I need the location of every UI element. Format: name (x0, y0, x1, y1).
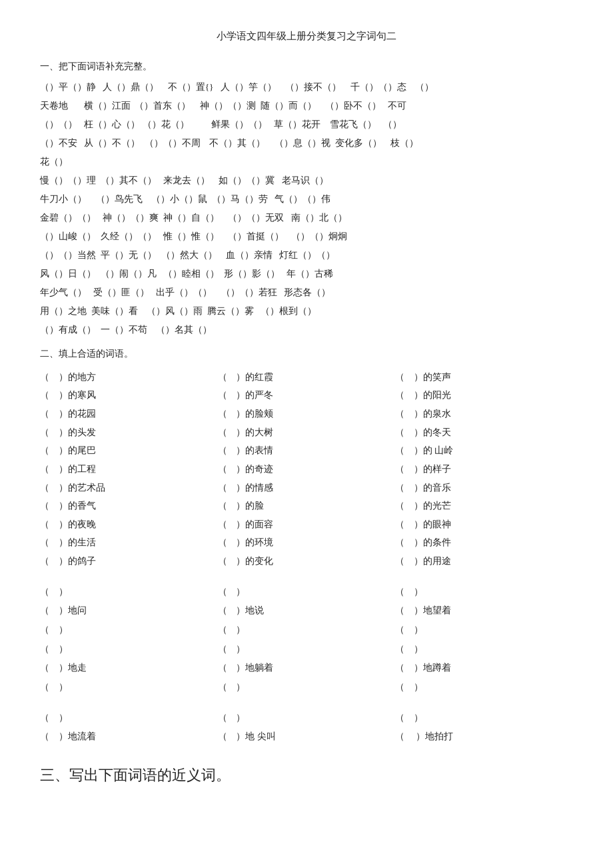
adv-col-6-3: （ ） (395, 679, 573, 696)
fill-col-3-1: （ ）的花园 (40, 405, 218, 423)
line-10: （）（）当然 平（）无（） （）然大（） 血（）亲情 灯红（）（） (40, 246, 573, 264)
adv-row-5: （ ）地走 （ ）地躺着 （ ）地蹲着 (40, 659, 573, 677)
line-5: 花（） (40, 153, 573, 171)
adv-col-2-3: （ ）地望着 (395, 602, 573, 619)
section-one-title: 一、把下面词语补充完整。 (40, 58, 573, 76)
fill-col-8-3: （ ）的光芒 (395, 497, 573, 515)
fill-col-7-2: （ ）的情感 (218, 479, 396, 497)
fill-row-5: （ ）的尾巴 （ ）的表情 （ ）的 山岭 (40, 442, 573, 459)
section-three-title: 三、写出下面词语的近义词。 (40, 761, 573, 789)
fill-col-7-3: （ ）的音乐 (395, 479, 573, 497)
line-2: 天卷地 横（）江面 （）首东（） 神（）（）测 随（）而（） （）卧不（） 不可 (40, 97, 573, 115)
line-8: 金碧（）（） 神（）（）爽 神（）自（） （）（）无双 南（）北（） (40, 209, 573, 227)
adv-col-6-1: （ ） (40, 679, 218, 696)
fill-row-9: （ ）的夜晚 （ ）的面容 （ ）的眼神 (40, 516, 573, 533)
adv-col-4-2: （ ） (218, 641, 396, 658)
adv-col-7-2: （ ） (218, 709, 396, 727)
fill-col-11-2: （ ）的变化 (218, 553, 396, 570)
adv-col-5-3: （ ）地蹲着 (395, 659, 573, 677)
adv-group-1: （ ） （ ） （ ） （ ）地问 （ ）地说 （ ）地望着 （ ） （ ） （… (40, 583, 573, 696)
adv-col-4-1: （ ） (40, 641, 218, 658)
fill-row-4: （ ）的头发 （ ）的大树 （ ）的冬天 (40, 424, 573, 441)
section-one-content: （）平（）静 人（）鼎（） 不（）置{} 人（）竽（） （）接不（） 千（）（）… (40, 78, 573, 339)
fill-col-5-2: （ ）的表情 (218, 442, 396, 459)
adv-col-2-2: （ ）地说 (218, 602, 396, 619)
adv-col-5-1: （ ）地走 (40, 659, 218, 677)
fill-col-6-3: （ ）的样子 (395, 461, 573, 478)
line-14: （）有成（） 一（）不苟 （）名其（） (40, 321, 573, 339)
adv-col-3-2: （ ） (218, 621, 396, 639)
line-7: 牛刀小（） （）鸟先飞 （）小（）鼠 （）马（）劳 气（）（）伟 (40, 190, 573, 208)
fill-col-2-3: （ ）的阳光 (395, 387, 573, 404)
fill-col-10-2: （ ）的环境 (218, 534, 396, 551)
fill-col-5-1: （ ）的尾巴 (40, 442, 218, 459)
fill-col-10-1: （ ）的生活 (40, 534, 218, 551)
adv-col-8-3: （ ）地拍打 (395, 728, 573, 745)
fill-col-4-3: （ ）的冬天 (395, 424, 573, 441)
fill-row-11: （ ）的鸽子 （ ）的变化 （ ）的用途 (40, 553, 573, 570)
adv-col-6-2: （ ） (218, 679, 396, 696)
fill-col-1-3: （ ）的笑声 (395, 369, 573, 386)
adv-col-7-1: （ ） (40, 709, 218, 727)
fill-col-11-3: （ ）的用途 (395, 553, 573, 570)
adv-row-6: （ ） （ ） （ ） (40, 679, 573, 696)
fill-row-1: （ ）的地方 （ ）的红霞 （ ）的笑声 (40, 369, 573, 386)
line-6: 慢（）（）理 （）其不（） 来龙去（） 如（）（）冀 老马识（） (40, 171, 573, 189)
fill-col-2-1: （ ）的寒风 (40, 387, 218, 404)
line-1: （）平（）静 人（）鼎（） 不（）置{} 人（）竽（） （）接不（） 千（）（）… (40, 78, 573, 96)
adv-col-2-1: （ ）地问 (40, 602, 218, 619)
fill-col-4-1: （ ）的头发 (40, 424, 218, 441)
line-4: （）不安 从（）不（） （）（）不周 不（）其（） （）息（）视 变化多（） 枝… (40, 134, 573, 152)
fill-col-1-1: （ ）的地方 (40, 369, 218, 386)
adv-col-3-1: （ ） (40, 621, 218, 639)
adv-row-7: （ ） （ ） （ ） (40, 709, 573, 727)
adv-group-2: （ ） （ ） （ ） （ ）地流着 （ ）地 尖叫 （ ）地拍打 (40, 709, 573, 745)
fill-row-2: （ ）的寒风 （ ）的严冬 （ ）的阳光 (40, 387, 573, 404)
adv-row-2: （ ）地问 （ ）地说 （ ）地望着 (40, 602, 573, 619)
adv-row-3: （ ） （ ） （ ） (40, 621, 573, 639)
adv-col-4-3: （ ） (395, 641, 573, 658)
adv-col-8-1: （ ）地流着 (40, 728, 218, 745)
line-9: （）山峻（） 久经（）（） 惟（）惟（） （）首挺（） （）（）炯炯 (40, 227, 573, 245)
page-title: 小学语文四年级上册分类复习之字词句二 (40, 27, 573, 46)
fill-col-5-3: （ ）的 山岭 (395, 442, 573, 459)
page-container: 小学语文四年级上册分类复习之字词句二 一、把下面词语补充完整。 （）平（）静 人… (40, 27, 573, 789)
line-3: （）（） 枉（）心（） （）花（） 鲜果（）（） 草（）花开 雪花飞（） （） (40, 115, 573, 133)
adv-col-8-2: （ ）地 尖叫 (218, 728, 396, 745)
line-13: 用（）之地 美味（）看 （）风（）雨 腾云（）雾 （）根到（） (40, 302, 573, 320)
fill-row-6: （ ）的工程 （ ）的奇迹 （ ）的样子 (40, 461, 573, 478)
section-two-title: 二、填上合适的词语。 (40, 345, 573, 363)
fill-col-2-2: （ ）的严冬 (218, 387, 396, 404)
fill-col-8-2: （ ）的脸 (218, 497, 396, 515)
fill-col-10-3: （ ）的条件 (395, 534, 573, 551)
fill-col-11-1: （ ）的鸽子 (40, 553, 218, 570)
adv-col-1-1: （ ） (40, 583, 218, 601)
line-12: 年少气（） 受（）匪（） 出乎（）（） （）（）若狂 形态各（） (40, 283, 573, 301)
adv-row-4: （ ） （ ） （ ） (40, 641, 573, 658)
adv-row-1: （ ） （ ） （ ） (40, 583, 573, 601)
fill-col-9-2: （ ）的面容 (218, 516, 396, 533)
fill-col-3-2: （ ）的脸颊 (218, 405, 396, 423)
fill-col-6-2: （ ）的奇迹 (218, 461, 396, 478)
adv-row-8: （ ）地流着 （ ）地 尖叫 （ ）地拍打 (40, 728, 573, 745)
fill-col-6-1: （ ）的工程 (40, 461, 218, 478)
fill-col-4-2: （ ）的大树 (218, 424, 396, 441)
adv-col-3-3: （ ） (395, 621, 573, 639)
fill-col-8-1: （ ）的香气 (40, 497, 218, 515)
section-two-content: （ ）的地方 （ ）的红霞 （ ）的笑声 （ ）的寒风 （ ）的严冬 （ ）的阳… (40, 369, 573, 570)
fill-row-10: （ ）的生活 （ ）的环境 （ ）的条件 (40, 534, 573, 551)
fill-col-9-1: （ ）的夜晚 (40, 516, 218, 533)
fill-row-8: （ ）的香气 （ ）的脸 （ ）的光芒 (40, 497, 573, 515)
fill-col-7-1: （ ）的艺术品 (40, 479, 218, 497)
fill-col-3-3: （ ）的泉水 (395, 405, 573, 423)
adv-col-5-2: （ ）地躺着 (218, 659, 396, 677)
line-11: 风（）日（） （）闹（）凡 （）睦相（） 形（）影（） 年（）古稀 (40, 265, 573, 283)
adv-col-1-3: （ ） (395, 583, 573, 601)
fill-row-7: （ ）的艺术品 （ ）的情感 （ ）的音乐 (40, 479, 573, 497)
adv-col-1-2: （ ） (218, 583, 396, 601)
adv-col-7-3: （ ） (395, 709, 573, 727)
fill-col-1-2: （ ）的红霞 (218, 369, 396, 386)
fill-col-9-3: （ ）的眼神 (395, 516, 573, 533)
fill-row-3: （ ）的花园 （ ）的脸颊 （ ）的泉水 (40, 405, 573, 423)
